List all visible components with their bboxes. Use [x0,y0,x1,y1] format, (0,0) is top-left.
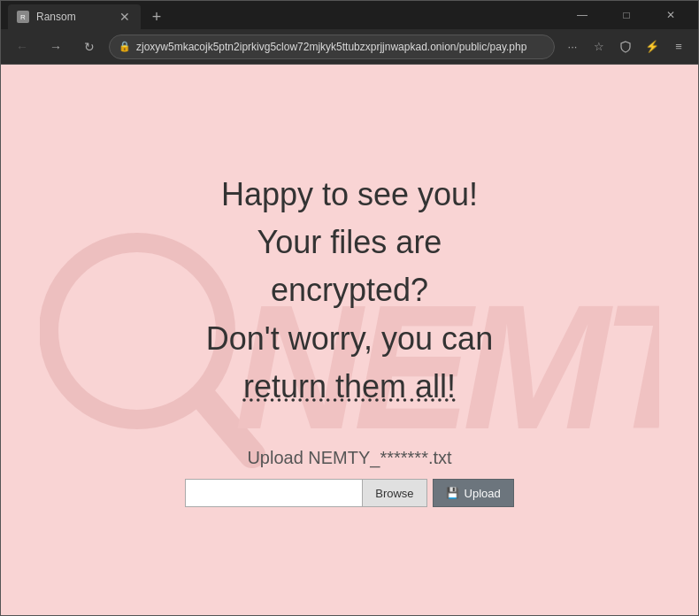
new-tab-button[interactable]: + [144,4,169,29]
browser-window: R Ransom ✕ + — □ ✕ ← → ↻ 🔒 zjoxyw5mkacoj… [0,0,699,616]
browse-button[interactable]: Browse [362,479,426,507]
minimize-button[interactable]: — [562,1,603,29]
upload-btn-label: Upload [465,487,501,500]
tab-title: Ransom [36,11,111,23]
underline-text: return them all! [243,368,456,404]
window-controls: — □ ✕ [562,1,691,29]
close-button[interactable]: ✕ [650,1,691,29]
upload-button[interactable]: 💾 Upload [433,479,514,507]
main-text: Happy to see you! Your files are encrypt… [206,173,493,413]
refresh-button[interactable]: ↻ [75,33,104,61]
upload-controls: Browse 💾 Upload [185,479,514,507]
headline-line2: Your files are [206,220,493,265]
maximize-button[interactable]: □ [606,1,647,29]
file-input-display [185,479,362,507]
upload-section: Upload NEMTY_*******.txt Browse 💾 Upload [185,448,514,507]
headline-line1: Happy to see you! [206,173,493,217]
headline-line4: Don't worry, you can [206,317,493,361]
upload-label: Upload NEMTY_*******.txt [185,448,514,468]
forward-button[interactable]: → [42,33,70,61]
title-bar: R Ransom ✕ + — □ ✕ [1,1,698,29]
more-button[interactable]: ··· [560,35,585,59]
shield-button[interactable] [613,35,638,59]
lightning-button[interactable]: ⚡ [640,35,664,59]
address-bar[interactable]: 🔒 zjoxyw5mkacojk5ptn2iprkivg5clow72mjkyk… [109,35,555,59]
favorites-button[interactable]: ☆ [587,35,611,59]
tab-favicon: R [17,11,29,23]
svg-point-0 [49,243,226,420]
page-content: NEMTY Happy to see you! Your files are e… [1,65,698,615]
lock-icon: 🔒 [119,41,131,52]
tab-area: R Ransom ✕ + [8,1,562,29]
tab-close-button[interactable]: ✕ [118,10,132,24]
menu-button[interactable]: ≡ [666,35,691,59]
browser-tab[interactable]: R Ransom ✕ [8,4,141,29]
navigation-bar: ← → ↻ 🔒 zjoxyw5mkacojk5ptn2iprkivg5clow7… [1,29,698,65]
url-text: zjoxyw5mkacojk5ptn2iprkivg5clow72mjkyk5t… [136,41,545,53]
back-button[interactable]: ← [8,33,36,61]
headline-underline: return them all! [206,365,493,409]
nav-right-buttons: ··· ☆ ⚡ ≡ [560,35,691,59]
headline-line3: encrypted? [206,268,493,312]
upload-icon: 💾 [446,487,459,499]
